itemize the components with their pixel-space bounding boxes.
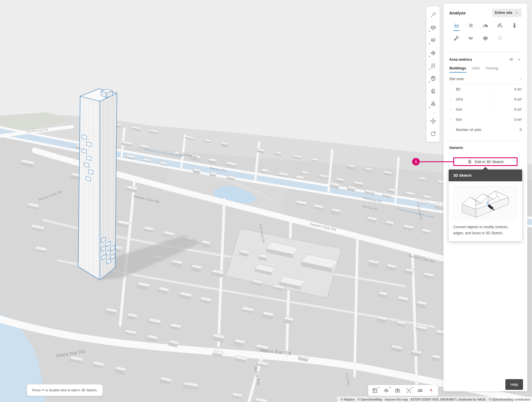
site-scope-dots-icon <box>514 11 519 15</box>
chevron-right-icon[interactable] <box>449 98 453 101</box>
flyout-indicator <box>429 106 430 108</box>
area-metrics-title: Area metrics <box>449 57 472 62</box>
metric-row-gfa[interactable]: GFA-0 m² <box>449 94 522 104</box>
metric-value: 0 m² <box>501 97 522 102</box>
chevron-right-icon[interactable] <box>449 108 453 111</box>
rotate-icon <box>430 130 436 137</box>
selected-tower[interactable] <box>78 89 117 280</box>
chevron-right-icon[interactable] <box>449 118 453 121</box>
assemblies-icon <box>430 101 436 107</box>
zones-icon <box>430 50 436 56</box>
attribution-link[interactable]: © OpenStreetMap contributors <box>489 398 530 401</box>
compass-icon <box>428 388 434 394</box>
metric-value: 0 <box>501 128 522 132</box>
view-toolbar: 2D <box>368 385 438 396</box>
metric-label: Site area <box>449 77 485 81</box>
solar-energy-icon <box>482 35 489 41</box>
noise-icon <box>468 35 474 41</box>
flyout-indicator <box>429 68 430 70</box>
analysis-microclimate-button[interactable] <box>493 32 507 44</box>
attribution-text: ASTER GDEM V003, NASA/METI, distributed … <box>410 398 486 401</box>
view-visibility-button[interactable] <box>381 386 392 395</box>
flyout-indicator <box>429 30 430 32</box>
view-2d-toggle[interactable]: 2D <box>414 386 426 395</box>
section-divider <box>449 52 522 52</box>
tab-units[interactable]: Units <box>472 66 480 73</box>
toolbar-generic-geometry-button[interactable] <box>427 72 439 84</box>
panel-header: Analyze Entire site <box>449 8 522 17</box>
annotation-connector-line <box>419 161 453 162</box>
section-divider <box>449 141 522 141</box>
buildings-icon <box>430 24 436 31</box>
screenshot-icon <box>395 388 401 394</box>
toolbar-buildings-button[interactable] <box>427 21 439 34</box>
toolbar-assemblies-button[interactable] <box>427 98 439 110</box>
entire-site-button[interactable]: Entire site <box>492 9 522 17</box>
forma-app-window: Sanam Chai RdSanam Chai RdSanam Chai RdS… <box>0 0 532 402</box>
metric-value: 0 m² <box>501 118 522 122</box>
attribution-link[interactable]: © OpenStreetMap <box>357 398 382 401</box>
analysis-noise-button[interactable] <box>464 32 478 44</box>
tab-parking[interactable]: Parking <box>485 66 498 73</box>
analysis-tool-grid <box>449 20 522 44</box>
metric-row-bc: BC-0 m² <box>449 84 522 94</box>
toolbar-3d-sketch-button[interactable] <box>427 85 439 97</box>
view-compass-button[interactable] <box>426 386 437 395</box>
recenter-icon <box>406 388 412 394</box>
tooltip-arrow <box>483 167 488 169</box>
generic-section: Generic 1 Edit in 3D Sketch 3D Sketch <box>449 145 522 166</box>
area-metrics-icon <box>453 22 460 29</box>
area-metrics-tabs: BuildingsUnitsParking <box>449 66 522 73</box>
metrics-settings-icon[interactable] <box>509 57 514 62</box>
help-button[interactable]: Help <box>505 379 523 390</box>
toolbar-roads-button[interactable] <box>427 60 439 72</box>
flyout-indicator <box>378 387 379 388</box>
sun-hours-icon <box>468 22 474 29</box>
analysis-wind-button[interactable] <box>493 20 507 31</box>
analysis-thermal-comfort-button[interactable] <box>507 20 522 31</box>
thermal-comfort-icon <box>511 22 518 29</box>
toolbar-zones-button[interactable] <box>427 47 439 59</box>
attribution-link[interactable]: Improve this map <box>385 398 408 401</box>
tab-buildings[interactable]: Buildings <box>449 66 466 73</box>
metric-row-gia[interactable]: GIA-0 m² <box>449 104 522 115</box>
create-toolbar <box>426 6 440 142</box>
auto-generate-icon <box>430 12 436 18</box>
toolbar-vegetation-button[interactable] <box>427 34 439 46</box>
edit-button-label: Edit in 3D Sketch <box>475 160 504 164</box>
analysis-sun-hours-button[interactable] <box>464 20 478 31</box>
view-recenter-button[interactable] <box>403 386 414 395</box>
toolbar-auto-generate-button[interactable] <box>427 9 439 21</box>
edit-button-annotated: 1 Edit in 3D Sketch 3D Sketch <box>453 157 518 166</box>
microclimate-icon <box>497 35 503 41</box>
attribution-link[interactable]: © Mapbox <box>341 398 355 401</box>
flyout-indicator <box>389 387 390 388</box>
toolbar-move-button[interactable] <box>427 115 439 127</box>
analysis-area-metrics-button[interactable] <box>449 20 464 31</box>
metric-dash: - <box>485 97 501 102</box>
entire-site-label: Entire site <box>495 11 512 15</box>
map-attribution: © Mapbox© OpenStreetMapImprove this mapA… <box>337 397 532 402</box>
area-metrics-header: Area metrics <box>449 56 522 63</box>
analysis-energy-button[interactable] <box>449 32 464 44</box>
floor-grid-icon <box>372 388 378 394</box>
view-floor-grid-button[interactable] <box>369 386 381 395</box>
analysis-daylight-potential-button[interactable] <box>478 20 493 31</box>
toolbar-rotate-button[interactable] <box>427 128 439 140</box>
chevron-down-icon[interactable] <box>517 57 522 62</box>
3d-sketch-tooltip: 3D Sketch <box>449 169 522 241</box>
flyout-indicator <box>429 81 430 82</box>
daylight-potential-icon <box>482 22 489 29</box>
analysis-solar-energy-button[interactable] <box>478 32 493 44</box>
toolbar-divider <box>429 112 437 113</box>
edit-in-3d-sketch-button[interactable]: Edit in 3D Sketch <box>453 157 518 166</box>
visibility-icon <box>383 388 389 394</box>
3d-sketch-icon <box>430 88 436 95</box>
view-screenshot-button[interactable] <box>392 386 403 395</box>
metric-row-nia[interactable]: NIA-0 m² <box>449 115 522 125</box>
metric-label: GIA <box>456 108 485 112</box>
panel-title: Analyze <box>449 10 466 15</box>
tooltip-description: Convert objects to modify vertices, edge… <box>453 224 518 236</box>
metric-value: 0 m² <box>501 108 522 112</box>
wind-icon <box>497 22 503 29</box>
